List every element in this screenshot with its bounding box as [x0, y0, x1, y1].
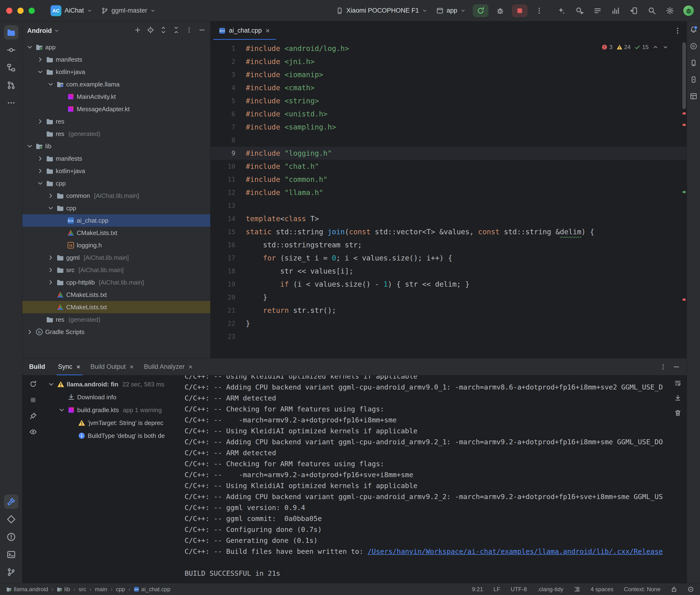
tool-problems[interactable] — [4, 530, 18, 544]
editor-tab-ai-chat-cpp[interactable]: C++ ai_chat.cpp — [214, 22, 276, 40]
editor-scrollbar[interactable] — [682, 42, 686, 109]
prev-issue-button[interactable] — [652, 44, 659, 50]
trash-button[interactable] — [674, 409, 681, 418]
tree-item-com-example-llama[interactable]: com.example.llama — [22, 78, 210, 90]
chevron-right-icon[interactable] — [47, 192, 54, 199]
next-issue-button[interactable] — [662, 44, 669, 50]
breadcrumb-item-ai-chat-cpp[interactable]: C++ai_chat.cpp — [134, 586, 171, 593]
code-line-16[interactable]: 16 std::ostringstream str; — [211, 238, 687, 251]
tool-notifications[interactable] — [688, 24, 699, 35]
passed-count[interactable]: 15 — [634, 44, 648, 51]
code-line-9[interactable]: 9#include "logging.h" — [211, 147, 687, 160]
code-line-12[interactable]: 12#include "llama.h" — [211, 186, 687, 199]
status-lf[interactable]: LF — [494, 586, 500, 593]
panel-collapse-button[interactable] — [173, 26, 180, 35]
tree-item-manifests[interactable]: manifests — [22, 152, 210, 165]
code-line-6[interactable]: 6#include <unistd.h> — [211, 107, 687, 120]
tree-item-kotlin-java[interactable]: kotlin+java — [22, 165, 210, 177]
panel-expand-button[interactable] — [160, 26, 167, 35]
chevron-down-icon[interactable] — [58, 406, 65, 414]
build-console[interactable]: C/C++: -- Using KleidiAI optimized kerne… — [176, 375, 687, 583]
code-line-5[interactable]: 5#include <string> — [211, 94, 687, 107]
tree-item-src[interactable]: src[AiChat.lib.main] — [22, 264, 210, 276]
tab-close-icon[interactable] — [265, 28, 271, 34]
vcs-branch-selector[interactable]: ggml-master — [98, 5, 159, 16]
stop-button[interactable] — [512, 4, 528, 17]
tree-item-messageadapter-kt[interactable]: MessageAdapter.kt — [22, 103, 210, 115]
eye-button[interactable] — [29, 428, 37, 437]
tree-item-cmakelists-txt[interactable]: CMakeLists.txt — [22, 301, 210, 313]
tree-item-cmakelists-txt[interactable]: CMakeLists.txt — [22, 227, 210, 239]
code-line-4[interactable]: 4#include <cmath> — [211, 81, 687, 94]
status-utf-8[interactable]: UTF-8 — [511, 586, 527, 593]
editor-options-button[interactable] — [673, 26, 682, 35]
sync-button[interactable] — [29, 380, 37, 390]
build-tab-build-output[interactable]: Build Output — [86, 358, 139, 375]
tree-item-mainactivity-kt[interactable]: MainActivity.kt — [22, 90, 210, 103]
tree-item-res[interactable]: res(generated) — [22, 313, 210, 326]
breadcrumb-item-src[interactable]: src — [79, 586, 86, 593]
tree-item-res[interactable]: res(generated) — [22, 128, 210, 140]
tree-item-cpp[interactable]: cpp — [22, 177, 210, 190]
breadcrumb-item-llama-android[interactable]: llama.android — [6, 586, 48, 593]
tree-item-ggml[interactable]: ggml[AiChat.lib.main] — [22, 251, 210, 264]
zoom-window-button[interactable] — [29, 8, 35, 14]
scroll-end-button[interactable] — [674, 394, 681, 403]
code-line-7[interactable]: 7#include <sampling.h> — [211, 120, 687, 134]
tree-item-app[interactable]: app — [22, 41, 210, 53]
tool-layout-inspector[interactable] — [688, 91, 699, 102]
panel-kebab-button[interactable] — [186, 26, 193, 35]
breadcrumb-item-cpp[interactable]: cpp — [116, 586, 125, 593]
panel-target-button[interactable] — [147, 26, 154, 35]
tool-search-everywhere-button[interactable] — [575, 6, 584, 16]
code-line-2[interactable]: 2#include <jni.h> — [211, 55, 687, 68]
breadcrumb-item-main[interactable]: main — [95, 586, 107, 593]
build-output-link[interactable]: /Users/hanyin/Workspace/ai-chat/examples… — [367, 547, 663, 556]
chevron-down-icon[interactable] — [26, 44, 33, 51]
stop-filled-button[interactable] — [29, 396, 37, 405]
error-count[interactable]: 3 — [601, 44, 612, 51]
tool-pull-requests[interactable] — [4, 78, 18, 92]
close-icon[interactable] — [76, 364, 81, 370]
tree-item-logging-h[interactable]: Hlogging.h — [22, 239, 210, 251]
tree-item-manifests[interactable]: manifests — [22, 53, 210, 66]
chevron-right-icon[interactable] — [47, 266, 54, 274]
tree-item-cpp-httplib[interactable]: cpp-httplib[AiChat.lib.main] — [22, 276, 210, 289]
code-line-20[interactable]: 20 } — [211, 291, 687, 304]
status-unlock[interactable] — [671, 586, 677, 592]
chevron-right-icon[interactable] — [37, 155, 44, 162]
chevron-right-icon[interactable] — [47, 254, 54, 261]
status-inspection-status[interactable] — [688, 586, 694, 592]
chevron-right-icon[interactable] — [26, 328, 33, 336]
hide-build-panel-button[interactable] — [673, 363, 680, 370]
code-line-13[interactable]: 13 — [211, 199, 687, 212]
run-button[interactable] — [473, 4, 488, 17]
chevron-down-icon[interactable] — [37, 180, 44, 187]
tool-profiler-button[interactable] — [611, 6, 620, 16]
tool-todo-lines-button[interactable] — [593, 6, 603, 16]
code-line-14[interactable]: 14template<class T> — [211, 212, 687, 225]
panel-minus-button[interactable] — [198, 26, 205, 35]
stripe-mark-2[interactable] — [682, 191, 686, 193]
tool-device-mirroring-button[interactable] — [629, 6, 639, 16]
tool-running-devices[interactable] — [688, 74, 699, 85]
tool-app-insights[interactable] — [4, 512, 18, 527]
code-line-8[interactable]: 8 — [211, 134, 687, 147]
tree-item-jvmtarget-string-is-deprec[interactable]: 'jvmTarget: String' is deprec — [44, 417, 176, 429]
status-4-spaces[interactable]: 4 spaces — [591, 586, 614, 593]
profile-avatar[interactable] — [683, 5, 694, 16]
tool-search-button[interactable] — [647, 6, 657, 16]
project-selector[interactable]: AC AiChat — [47, 3, 95, 18]
stripe-mark-0[interactable] — [682, 112, 686, 115]
run-config-selector[interactable]: app — [433, 5, 469, 16]
device-selector[interactable]: Xiaomi POCOPHONE F1 — [333, 5, 430, 16]
code-line-11[interactable]: 11#include "common.h" — [211, 173, 687, 186]
chevron-right-icon[interactable] — [37, 167, 44, 174]
code-line-3[interactable]: 3#include <iomanip> — [211, 68, 687, 81]
soft-wrap-button[interactable] — [674, 379, 681, 388]
status-9-21[interactable]: 9:21 — [472, 586, 483, 593]
code-area[interactable]: 1#include <android/log.h>2#include <jni.… — [211, 40, 687, 358]
tree-item-lib[interactable]: lib — [22, 140, 210, 152]
tree-item-common[interactable]: common[AiChat.lib.main] — [22, 190, 210, 202]
inspection-widget[interactable]: 3 24 15 — [599, 43, 671, 51]
